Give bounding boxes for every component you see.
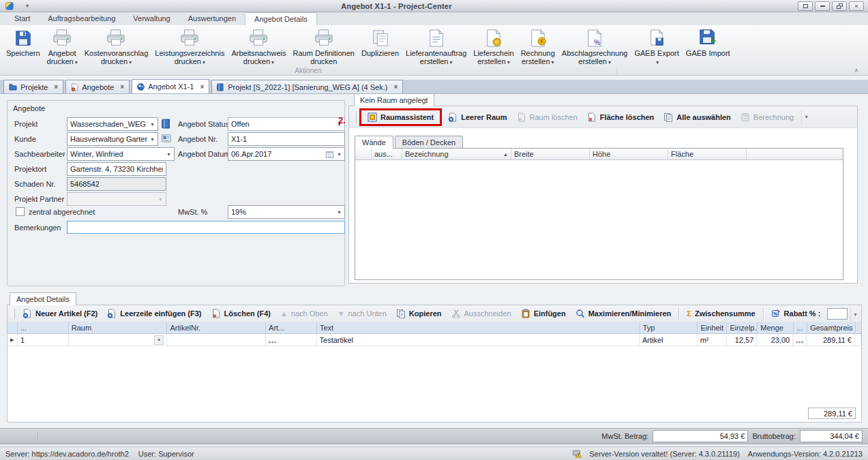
cell-rownum[interactable]: 1 [18, 334, 69, 346]
ribbon-tab-verwaltung[interactable]: Verwaltung [124, 12, 179, 25]
column-header-text[interactable]: Text [317, 322, 640, 333]
schaden-nr-input[interactable] [67, 177, 166, 191]
column-header[interactable] [747, 149, 843, 159]
leistungsverzeichnis-drucken-button[interactable]: Leistungsverzeichnis drucken▾ [151, 26, 228, 68]
leerer-raum-button[interactable]: Leerer Raum [443, 110, 511, 124]
zentral-abgerechnet-checkbox[interactable] [16, 207, 25, 216]
lieferantenauftrag-erstellen-button[interactable]: Lieferantenauftrag erstellen▾ [402, 26, 470, 68]
cell-typ[interactable]: Artikel [640, 334, 698, 346]
doc-tab-projekte[interactable]: Projekte × [3, 80, 63, 93]
tab-waende[interactable]: Wände [355, 136, 393, 149]
dropdown-arrow-icon[interactable]: ▾ [147, 133, 158, 145]
toolbar-grip[interactable] [353, 112, 357, 123]
cell-einheit[interactable]: m² [698, 334, 727, 346]
cell-text[interactable]: Testartikel [317, 334, 640, 346]
kunde-combo[interactable]: Hausverwaltung Gartenstraße ▾ [67, 132, 158, 146]
raumassistent-button[interactable]: Raumassistent [363, 110, 438, 124]
maximieren-minimieren-button[interactable]: Maximieren/Minimieren [571, 307, 676, 320]
dropdown-arrow-icon[interactable]: ▾ [334, 206, 344, 218]
close-tab-icon[interactable]: × [393, 83, 398, 91]
tab-boeden-decken[interactable]: Böden / Decken [395, 136, 463, 149]
cell-art-ellipsis-button[interactable]: ... [266, 334, 317, 346]
doc-tab-angebote[interactable]: Angebote × [65, 80, 130, 93]
duplizieren-button[interactable]: Duplizieren [358, 26, 402, 59]
flaeche-loeschen-button[interactable]: Fläche löschen [582, 110, 659, 124]
room-tab-kein-raum[interactable]: Kein Raum angelegt [354, 93, 434, 106]
minimize-button[interactable] [815, 1, 830, 11]
toolbar-overflow-button[interactable]: ▾ [850, 307, 860, 322]
column-header-art[interactable]: Art... [266, 322, 317, 333]
ribbon-tab-angebot-details[interactable]: Angebot Details [245, 12, 317, 25]
ribbon-tab-start[interactable]: Start [5, 12, 39, 25]
cell-menge-ellipsis-button[interactable]: ... [793, 334, 807, 346]
doc-tab-projekt-s2022[interactable]: Projekt [S_2022-1] [Sanierung_WEG A] (4 … [211, 80, 403, 93]
angebot-nr-input[interactable] [228, 132, 345, 146]
speichern-button[interactable]: Speichern [3, 26, 44, 59]
abschlagsrechnung-erstellen-button[interactable]: % Abschlagsrechnung erstellen▾ [558, 26, 631, 68]
doc-tab-angebot-x1-1[interactable]: Angebot X1-1 × [132, 79, 209, 93]
angebot-details-tab[interactable]: Angebot Details [10, 292, 76, 305]
loeschen-button[interactable]: Löschen (F4) [207, 307, 275, 320]
projekt-combo[interactable]: Wasserschaden_WEG Garte... ▾ [67, 117, 158, 131]
table-row[interactable]: ▶ 1 ▾ ... Testartikel Artikel m² 12,57 2… [8, 334, 861, 346]
rabatt-input[interactable] [827, 308, 848, 320]
column-header-flaeche[interactable]: Fläche [668, 149, 747, 159]
kostenvoranschlag-drucken-button[interactable]: Kostenvoranschlag drucken▾ [81, 26, 152, 68]
neuer-artikel-button[interactable]: Neuer Artikel (F2) [18, 307, 102, 320]
rabatt-button[interactable]: % Rabatt % : [766, 307, 826, 320]
close-tab-icon[interactable]: × [54, 83, 58, 91]
einfuegen-button[interactable]: Einfügen [516, 307, 571, 320]
projektort-input[interactable] [67, 162, 166, 176]
close-button[interactable]: × [849, 1, 864, 11]
dropdown-arrow-icon[interactable]: ▾ [164, 148, 174, 160]
cell-einzelpreis[interactable]: 12,57 [727, 334, 758, 346]
column-header[interactable] [856, 322, 861, 333]
open-project-icon[interactable] [162, 119, 172, 129]
angebot-datum-picker[interactable]: 06.Apr.2017 ▾ [228, 147, 345, 161]
raum-definitionen-drucken-button[interactable]: Raum Definitionen drucken [289, 26, 358, 67]
fit-window-button[interactable] [798, 1, 813, 11]
arbeitsnachweis-drucken-button[interactable]: Arbeitsnachweis drucken▾ [228, 26, 289, 68]
open-customer-icon[interactable] [162, 134, 172, 144]
alle-auswaehlen-button[interactable]: Alle auswählen [659, 110, 735, 124]
ribbon-collapse-icon[interactable]: ∧ [854, 67, 858, 74]
toolbar-grip[interactable] [12, 308, 15, 319]
dropdown-arrow-icon[interactable]: ▾ [154, 335, 164, 345]
column-header[interactable] [355, 149, 372, 159]
zwischensumme-button[interactable]: Σ Zwischensumme [682, 307, 760, 320]
kopieren-button[interactable]: Kopieren [391, 307, 447, 320]
cell-menge[interactable]: 23,00 [757, 334, 793, 346]
mwst-combo[interactable]: 19% ▾ [228, 205, 345, 219]
angebot-status-combo[interactable]: Offen ▾ [228, 117, 345, 131]
ribbon-tab-auftragsbearbeitung[interactable]: Auftragsbearbeitung [39, 12, 124, 25]
column-header-menge[interactable]: Menge [758, 322, 794, 333]
column-header-aus[interactable]: aus... [372, 149, 402, 159]
cell-artikelnr[interactable] [167, 334, 266, 346]
dropdown-arrow-icon[interactable]: ▾ [334, 148, 344, 160]
restore-button[interactable] [832, 1, 847, 11]
column-header-bezeichnung[interactable]: Bezeichnung▲ [402, 149, 511, 159]
column-header-typ[interactable]: Typ [640, 322, 698, 333]
close-tab-icon[interactable]: × [200, 83, 204, 91]
lieferschein-erstellen-button[interactable]: Lieferschein erstellen▾ [470, 26, 517, 68]
column-header-dots2[interactable]: ... [794, 322, 807, 333]
sachbearbeiter-combo[interactable]: Winter, Winfried ▾ [67, 147, 175, 161]
angebot-drucken-button[interactable]: Angebot drucken▾ [44, 26, 81, 68]
column-header-dots[interactable]: ... [18, 322, 69, 333]
column-header-breite[interactable]: Breite [511, 149, 590, 159]
column-header-artikelnr[interactable]: ArtikelNr. [167, 322, 266, 333]
column-header[interactable] [8, 322, 18, 333]
close-tab-icon[interactable]: × [120, 83, 124, 91]
gaeb-export-button[interactable]: GAEB Export ▾ [631, 26, 682, 68]
cell-raum-combo[interactable]: ▾ [69, 334, 168, 346]
dropdown-arrow-icon[interactable]: ▾ [147, 118, 158, 130]
cell-gesamtpreis[interactable]: 289,11 € [807, 334, 855, 346]
bemerkungen-input[interactable] [67, 221, 345, 234]
column-header-einheit[interactable]: Einheit [698, 322, 727, 333]
column-header-einzelpreis[interactable]: Einzelp... [727, 322, 758, 333]
column-header-gesamtpreis[interactable]: Gesamtpreis [807, 322, 856, 333]
column-header-raum[interactable]: Raum [69, 322, 168, 333]
ribbon-tab-auswertungen[interactable]: Auswertungen [179, 12, 245, 25]
column-header-hoehe[interactable]: Höhe [590, 149, 668, 159]
leerzeile-einfuegen-button[interactable]: Leerzeile einfügen (F3) [102, 307, 206, 320]
